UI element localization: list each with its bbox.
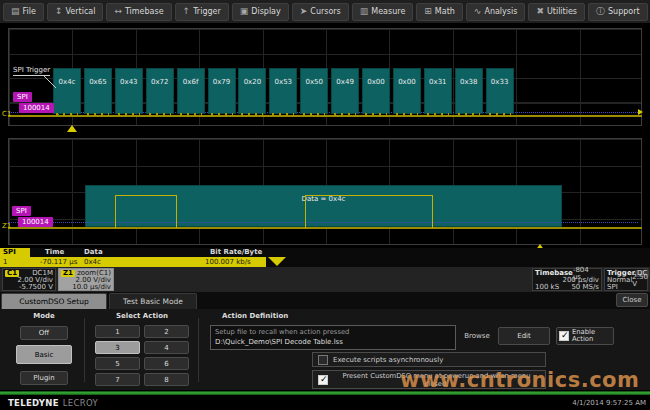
c1-trace-label: C1 xyxy=(2,110,11,118)
spi-zoom-badge[interactable]: SPI xyxy=(12,206,31,216)
action-button-4[interactable]: 4 xyxy=(144,341,189,354)
file-icon: ▤ xyxy=(11,7,20,16)
spi-decode-byte: 0x4c xyxy=(53,68,81,114)
menu-item-label: Cursors xyxy=(310,7,340,16)
mode-basic-button[interactable]: Basic xyxy=(16,345,72,364)
action-button-7[interactable]: 7 xyxy=(95,373,140,386)
menu-item-label: Timebase xyxy=(125,7,164,16)
hex-value-label: 0x79 xyxy=(213,78,231,86)
vertical-icon: ↕ xyxy=(55,7,63,16)
menu-item-label: Math xyxy=(435,7,455,16)
trigger-descriptor[interactable]: TriggerDC Normal2.50 V SPI xyxy=(604,268,648,291)
customdso-dialog: CustomDSO Setup Test Basic Mode Close Mo… xyxy=(0,292,650,390)
mode-off-button[interactable]: Off xyxy=(20,326,68,340)
analysis-icon: ∿ xyxy=(474,7,482,16)
spi-decode-byte: 0x53 xyxy=(269,68,297,114)
section-divider xyxy=(198,318,199,382)
edit-button[interactable]: Edit xyxy=(498,327,550,345)
menu-analysis[interactable]: ∿Analysis xyxy=(466,3,526,21)
menu-bar: ▤File↕Vertical↔Timebase↑Trigger▣Display➤… xyxy=(0,0,650,24)
menu-display[interactable]: ▣Display xyxy=(232,3,289,21)
hex-value-label: 0x49 xyxy=(336,78,354,86)
action-button-2[interactable]: 2 xyxy=(144,325,189,338)
col-header-time: Time xyxy=(45,248,64,257)
select-action-grid: 12345678 xyxy=(95,325,189,386)
menu-measure[interactable]: ▥Measure xyxy=(352,3,414,21)
action-button-1[interactable]: 1 xyxy=(95,325,140,338)
row-bitrate: 100.007 kb/s xyxy=(205,257,251,267)
brand-lecroy: LECROY xyxy=(63,398,98,408)
browse-button[interactable]: Browse xyxy=(459,330,495,344)
close-button[interactable]: Close xyxy=(616,293,648,307)
enable-action-control[interactable]: Enable Action xyxy=(556,327,614,345)
row-time: -70.117 µs xyxy=(40,257,77,267)
timebase-icon: ↔ xyxy=(114,7,122,16)
menu-item-label: Trigger xyxy=(193,7,221,16)
spi-trace-id-badge[interactable]: 100014 xyxy=(19,103,54,113)
zoom-trace-pulse xyxy=(115,195,177,228)
trigger-position-marker[interactable] xyxy=(67,125,77,132)
menu-item-label: File xyxy=(23,7,36,16)
spi-trace-badge[interactable]: SPI xyxy=(13,92,32,102)
cursors-icon: ➤ xyxy=(300,7,308,16)
timebase-samples: 100 kS xyxy=(535,284,559,291)
section-divider xyxy=(84,318,85,382)
spi-decode-byte: 0x50 xyxy=(300,68,328,114)
tab-test-basic-mode[interactable]: Test Basic Mode xyxy=(109,293,197,309)
menu-timebase[interactable]: ↔Timebase xyxy=(106,3,171,21)
tab-customdso-setup[interactable]: CustomDSO Setup xyxy=(1,293,107,309)
row-index: 1 xyxy=(3,257,7,267)
menu-cursors[interactable]: ➤Cursors xyxy=(292,3,349,21)
mode-section-label: Mode xyxy=(14,312,74,320)
spi-decode-byte: 0x00 xyxy=(362,68,390,114)
menu-math[interactable]: ⊞Math xyxy=(416,3,463,21)
footer-bar: TELEDYNE LECROY 4/1/2014 9:57:25 AM xyxy=(0,395,650,410)
trigger-level: 2.50 V xyxy=(632,274,648,288)
brand-teledyne: TELEDYNE xyxy=(8,398,59,408)
menu-utilities[interactable]: ✖Utilities xyxy=(528,3,585,21)
execute-scripts-checkbox[interactable] xyxy=(318,355,328,365)
oscilloscope-app: ▤File↕Vertical↔Timebase↑Trigger▣Display➤… xyxy=(0,0,650,410)
spi-zoom-id-badge[interactable]: 100014 xyxy=(18,217,53,227)
trigger-icon: ↑ xyxy=(183,7,191,16)
hex-value-label: 0x4c xyxy=(59,78,76,86)
menu-item-label: Vertical xyxy=(65,7,95,16)
row-data: 0x4c xyxy=(84,257,101,267)
menu-file[interactable]: ▤File xyxy=(3,3,44,21)
enable-action-checkbox[interactable] xyxy=(559,331,569,341)
spi-decode-byte: 0x00 xyxy=(393,68,421,114)
utilities-icon: ✖ xyxy=(536,7,544,16)
timebase-descriptor[interactable]: Timebase-804 µs 200 µs/div 100 kS50 MS/s xyxy=(532,268,602,291)
menu-support[interactable]: ⓘSupport xyxy=(588,3,648,21)
action-button-6[interactable]: 6 xyxy=(144,357,189,370)
spi-decode-byte: 0x72 xyxy=(146,68,174,114)
datetime-stamp: 4/1/2014 9:57:25 AM xyxy=(572,399,646,407)
c1-badge: C1 xyxy=(5,270,19,277)
action-button-5[interactable]: 5 xyxy=(95,357,140,370)
spi-decode-byte: 0x33 xyxy=(486,68,514,114)
present-menu-checkbox[interactable] xyxy=(318,375,328,385)
trigger-type: SPI xyxy=(607,284,618,291)
c1-descriptor[interactable]: C1DC1M 2.00 V/div -5.7500 V xyxy=(2,268,56,291)
table-collapse-arrow[interactable] xyxy=(268,257,286,266)
action-button-8[interactable]: 8 xyxy=(144,373,189,386)
dialog-tab-bar: CustomDSO Setup Test Basic Mode Close xyxy=(0,292,650,309)
support-icon: ⓘ xyxy=(596,7,605,16)
menu-vertical[interactable]: ↕Vertical xyxy=(47,3,104,21)
z1-descriptor[interactable]: Z1zoom(C1) 2.00 V/div 10.0 µs/div xyxy=(58,268,114,291)
present-menu-control[interactable]: Present CustomDSO menu at powerup and wh… xyxy=(312,370,546,389)
action-button-3[interactable]: 3 xyxy=(95,341,140,354)
c1-offset: -5.7500 V xyxy=(19,284,53,291)
hex-value-label: 0x31 xyxy=(429,78,447,86)
spi-decode-byte: 0x49 xyxy=(331,68,359,114)
decode-protocol-badge[interactable]: SPI xyxy=(0,248,30,257)
execute-scripts-control[interactable]: Execute scripts asynchronously xyxy=(312,352,546,367)
spi-decode-byte: 0x65 xyxy=(84,68,112,114)
menu-trigger[interactable]: ↑Trigger xyxy=(175,3,229,21)
action-definition-section-label: Action Definition xyxy=(222,312,322,320)
col-header-data: Data xyxy=(84,248,103,257)
setup-file-box[interactable]: Setup file to recall when action pressed… xyxy=(210,325,456,350)
hex-value-label: 0x00 xyxy=(367,78,385,86)
table-row[interactable]: 1 -70.117 µs 0x4c 100.007 kb/s xyxy=(0,257,266,267)
mode-plugin-button[interactable]: Plugin xyxy=(20,371,68,385)
